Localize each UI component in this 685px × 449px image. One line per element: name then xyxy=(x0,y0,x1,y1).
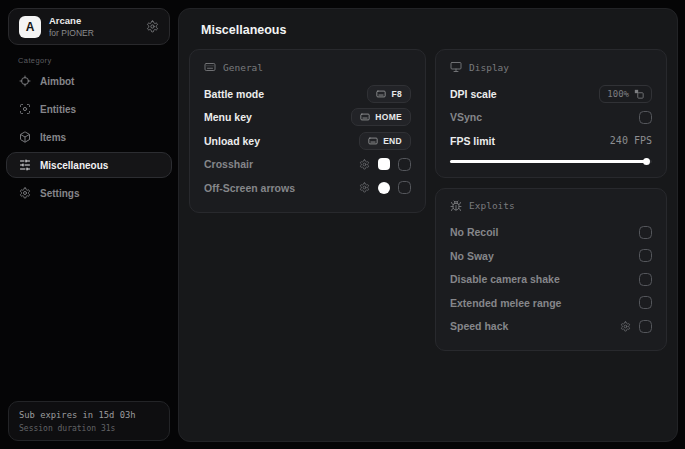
keyboard-icon xyxy=(360,112,370,122)
monitor-icon xyxy=(450,61,462,73)
sidebar-item-label: Items xyxy=(40,132,66,143)
setting-label: Off-Screen arrows xyxy=(204,182,295,194)
crosshair-checkbox[interactable] xyxy=(398,158,411,171)
page-title: Miscellaneous xyxy=(179,9,677,49)
setting-row-crosshair: Crosshair xyxy=(204,153,411,177)
setting-row-menu-key: Menu key HOME xyxy=(204,106,411,130)
fps-limit-slider[interactable] xyxy=(450,158,652,165)
cube-icon xyxy=(19,131,31,143)
sliders-icon xyxy=(19,159,31,171)
color-swatch[interactable] xyxy=(378,182,390,194)
setting-row-fps-limit: FPS limit 240 FPS xyxy=(450,129,652,153)
setting-label: DPI scale xyxy=(450,88,497,100)
app-logo: A xyxy=(19,16,41,38)
crosshair-icon xyxy=(19,75,31,87)
keyboard-icon xyxy=(204,61,216,73)
slider-knob[interactable] xyxy=(643,158,650,165)
bug-icon xyxy=(450,200,462,212)
fps-limit-value: 240 FPS xyxy=(610,135,652,146)
setting-label: Extended melee range xyxy=(450,297,561,309)
setting-label: FPS limit xyxy=(450,135,495,147)
card-title: General xyxy=(223,62,263,73)
general-card: General Battle mode F8 Menu key xyxy=(189,49,426,213)
app-subtitle: for PIONER xyxy=(49,28,94,38)
setting-row-offscreen-arrows: Off-Screen arrows xyxy=(204,176,411,200)
setting-row-dpi-scale: DPI scale 100% xyxy=(450,82,652,106)
brand-card: A Arcane for PIONER xyxy=(8,8,170,45)
keyboard-icon xyxy=(368,136,378,146)
sidebar-nav: Aimbot Entities Items Miscellaneous xyxy=(6,68,172,206)
scan-icon xyxy=(19,103,31,115)
scale-icon xyxy=(634,89,644,99)
session-duration-text: Session duration 31s xyxy=(19,424,159,433)
sidebar-item-aimbot[interactable]: Aimbot xyxy=(6,68,172,94)
dpi-scale-value: 100% xyxy=(607,89,629,99)
no-recoil-checkbox[interactable] xyxy=(639,226,652,239)
setting-row-speed-hack: Speed hack xyxy=(450,315,652,339)
keybind-button[interactable]: HOME xyxy=(351,108,411,126)
keybind-value: F8 xyxy=(391,89,402,99)
setting-label: No Sway xyxy=(450,250,494,262)
speed-hack-checkbox[interactable] xyxy=(639,320,652,333)
setting-row-vsync: VSync xyxy=(450,106,652,130)
app-window: A Arcane for PIONER Category Aimbot xyxy=(0,0,685,449)
gear-icon xyxy=(19,187,31,199)
setting-label: Disable camera shake xyxy=(450,273,560,285)
color-swatch[interactable] xyxy=(378,158,390,170)
sidebar-item-label: Miscellaneous xyxy=(40,160,108,171)
main-panel: Miscellaneous General Battle mode F8 xyxy=(178,8,678,442)
setting-label: Menu key xyxy=(204,111,252,123)
subscription-info: Sub expires in 15d 03h Session duration … xyxy=(8,401,170,441)
setting-label: No Recoil xyxy=(450,226,498,238)
setting-label: Unload key xyxy=(204,135,260,147)
setting-label: Speed hack xyxy=(450,320,508,332)
setting-row-extended-melee-range: Extended melee range xyxy=(450,291,652,315)
setting-label: Crosshair xyxy=(204,158,253,170)
sidebar-item-label: Settings xyxy=(40,188,79,199)
sidebar: A Arcane for PIONER Category Aimbot xyxy=(0,0,178,449)
keybind-button[interactable]: END xyxy=(359,132,411,150)
gear-icon[interactable] xyxy=(146,20,159,33)
sidebar-item-label: Aimbot xyxy=(40,76,74,87)
setting-row-unload-key: Unload key END xyxy=(204,129,411,153)
setting-row-disable-camera-shake: Disable camera shake xyxy=(450,268,652,292)
keybind-value: END xyxy=(383,136,402,146)
keyboard-icon xyxy=(376,89,386,99)
app-name: Arcane xyxy=(49,15,94,26)
vsync-checkbox[interactable] xyxy=(639,111,652,124)
gear-icon[interactable] xyxy=(359,182,370,193)
offscreen-arrows-checkbox[interactable] xyxy=(398,181,411,194)
card-title: Display xyxy=(469,62,509,73)
keybind-button[interactable]: F8 xyxy=(367,85,411,103)
exploits-card: Exploits No Recoil No Sway Disable camer… xyxy=(435,188,667,352)
sidebar-item-miscellaneous[interactable]: Miscellaneous xyxy=(6,152,172,178)
sidebar-item-items[interactable]: Items xyxy=(6,124,172,150)
keybind-value: HOME xyxy=(375,112,402,122)
sub-expiry-text: Sub expires in 15d 03h xyxy=(19,410,159,420)
card-title: Exploits xyxy=(469,200,515,211)
setting-row-no-recoil: No Recoil xyxy=(450,221,652,245)
sidebar-item-label: Entities xyxy=(40,104,76,115)
disable-camera-shake-checkbox[interactable] xyxy=(639,273,652,286)
gear-icon[interactable] xyxy=(359,159,370,170)
setting-label: Battle mode xyxy=(204,88,264,100)
no-sway-checkbox[interactable] xyxy=(639,249,652,262)
category-label: Category xyxy=(18,56,52,65)
setting-row-no-sway: No Sway xyxy=(450,244,652,268)
display-card: Display DPI scale 100% xyxy=(435,49,667,178)
setting-row-battle-mode: Battle mode F8 xyxy=(204,82,411,106)
setting-label: VSync xyxy=(450,111,482,123)
gear-icon[interactable] xyxy=(620,321,631,332)
dpi-scale-select[interactable]: 100% xyxy=(599,85,652,103)
sidebar-item-entities[interactable]: Entities xyxy=(6,96,172,122)
slider-fill xyxy=(450,160,646,163)
extended-melee-range-checkbox[interactable] xyxy=(639,296,652,309)
sidebar-item-settings[interactable]: Settings xyxy=(6,180,172,206)
